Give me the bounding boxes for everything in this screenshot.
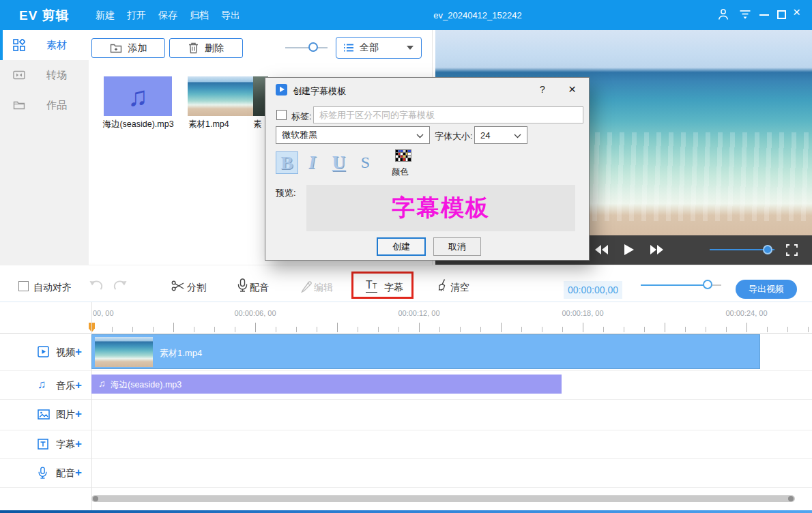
account-icon[interactable] [716,8,730,24]
subtitle-track-label: 字幕 [56,439,75,451]
trash-icon [188,42,199,54]
bold-button[interactable]: B [276,151,298,174]
music-track-add-button[interactable]: + [75,380,82,391]
play-button[interactable] [624,244,634,258]
video-clip-thumbnail [95,337,153,367]
edit-toolbar: 自动对齐 分割 配音 编辑 TT 字幕 清空 00:00:00,00 导出视频 [0,265,812,302]
add-material-button[interactable]: 添加 [91,38,165,58]
font-family-select[interactable]: 微软雅黑 [276,126,430,144]
font-family-value: 微软雅黑 [282,129,317,141]
subtitle-track-add-button[interactable]: + [75,439,82,450]
subtitle-preview-box: 字幕模板 [306,185,575,231]
dialog-help-button[interactable]: ? [540,84,545,95]
preview-label: 预览: [276,187,296,199]
filter-dropdown[interactable]: 全部 [336,37,422,59]
font-size-label: 字体大小: [435,130,473,143]
strikethrough-button[interactable]: S [354,151,377,174]
chevron-down-icon [514,130,521,141]
dub-label[interactable]: 配音 [250,282,269,294]
video-track-add-button[interactable]: + [75,347,82,357]
ruler-label-3: 00:00:18, 00 [562,309,603,317]
ruler-label-4: 00:00:24, 00 [725,309,767,317]
thumbnail-size-slider-thumb[interactable] [308,42,318,52]
italic-button[interactable]: I [301,151,323,174]
sidebar-item-transition[interactable]: 转场 [0,60,89,90]
timeline-audio-clip[interactable]: ♫ 海边(seaside).mp3 [91,375,562,394]
volume-slider-thumb[interactable] [763,245,772,254]
add-material-label: 添加 [128,42,147,55]
sidebar-label-material: 素材 [46,39,67,52]
folder-plus-icon [110,43,122,54]
zoom-slider-thumb[interactable] [703,280,712,289]
fast-forward-button[interactable] [650,245,663,257]
color-picker-icon[interactable] [395,149,411,162]
voiceover-track-label: 配音 [56,467,75,480]
pen-icon[interactable] [300,280,313,295]
fullscreen-icon[interactable] [786,244,798,259]
edit-label: 编辑 [314,282,333,294]
video-clip-name: 素材1.mp4 [160,347,202,360]
main-menu-icon[interactable] [738,8,752,23]
library-item-partial-name: 素 [253,119,262,130]
voiceover-track-add-button[interactable]: + [75,467,82,478]
menu-archive[interactable]: 归档 [190,10,209,22]
maximize-button[interactable] [777,10,786,19]
undo-icon[interactable] [89,278,105,294]
library-item-audio[interactable]: ♫ [104,76,172,116]
rewind-button[interactable] [595,245,609,257]
auto-align-checkbox[interactable] [18,281,29,291]
subtitle-track-icon [38,439,48,452]
cancel-button[interactable]: 取消 [433,237,481,256]
clear-label[interactable]: 清空 [450,282,469,294]
tag-input[interactable] [313,106,583,123]
minimize-button[interactable] [759,14,769,16]
ruler-separator [0,333,812,334]
library-item-audio-name: 海边(seaside).mp3 [89,119,188,130]
broom-icon[interactable] [435,278,449,295]
redo-icon[interactable] [111,278,128,294]
font-size-value: 24 [480,130,490,141]
music-note-icon: ♫ [128,83,148,110]
project-title: ev_20240412_152242 [409,10,546,20]
tag-label: 标签: [291,111,312,123]
color-label: 颜色 [392,166,409,178]
underline-button[interactable]: U [328,151,350,174]
voiceover-track-icon [38,467,48,482]
folder-icon [13,99,25,114]
delete-material-label: 删除 [205,42,224,55]
grid-icon [13,39,25,54]
menu-save[interactable]: 保存 [158,10,177,22]
menu-export[interactable]: 导出 [221,10,240,22]
delete-material-button[interactable]: 删除 [169,38,243,58]
split-label[interactable]: 分割 [187,282,206,294]
caret-down-icon [407,46,414,50]
font-size-select[interactable]: 24 [474,126,527,144]
dialog-preview-text: 字幕模板 [392,192,490,224]
zoom-slider-track-rest [712,284,721,286]
image-track-icon [38,409,50,422]
export-video-button[interactable]: 导出视频 [736,280,797,299]
dialog-close-button[interactable]: × [568,82,576,97]
image-track-add-button[interactable]: + [75,409,82,420]
timeline: 00, 00 00:00:06, 00 00:00:12, 00 00:00:1… [0,302,812,513]
close-button[interactable]: × [793,5,800,18]
microphone-icon[interactable] [237,278,248,295]
dialog-app-icon [276,84,287,96]
horizontal-scrollbar[interactable] [91,495,795,502]
menu-new[interactable]: 新建 [96,10,115,22]
timeline-video-clip[interactable]: 素材1.mp4 [91,334,760,369]
sidebar-item-material[interactable]: 素材 [0,30,89,60]
filter-label: 全部 [360,42,379,54]
sidebar-item-works[interactable]: 作品 [0,90,89,120]
app-window: EV 剪辑 新建 打开 保存 归档 导出 ev_20240412_152242 … [0,0,812,513]
create-button[interactable]: 创建 [377,237,426,256]
ruler-label-1: 00:00:06, 00 [234,309,276,317]
menu-open[interactable]: 打开 [127,10,146,22]
ruler-label-2: 00:00:12, 00 [398,309,439,317]
music-track-icon: ♫ [38,379,46,390]
scissors-icon[interactable] [171,280,185,295]
tag-checkbox[interactable] [276,110,287,120]
app-logo: EV 剪辑 [19,7,70,25]
list-icon [343,43,354,53]
library-item-video[interactable] [188,76,257,116]
